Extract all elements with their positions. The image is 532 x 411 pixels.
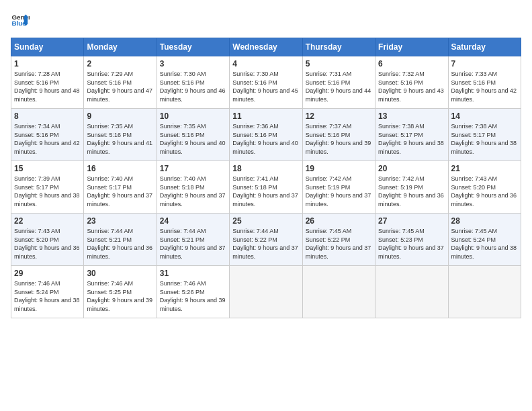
day-number: 13 <box>378 111 445 121</box>
day-info: Sunrise: 7:44 AMSunset: 5:21 PMDaylight:… <box>160 227 226 261</box>
day-cell: 14Sunrise: 7:38 AMSunset: 5:17 PMDayligh… <box>448 109 521 161</box>
col-header-tuesday: Tuesday <box>157 38 229 56</box>
day-number: 5 <box>306 59 372 68</box>
day-cell: 21Sunrise: 7:43 AMSunset: 5:20 PMDayligh… <box>448 161 521 214</box>
day-cell: 5Sunrise: 7:31 AMSunset: 5:16 PMDaylight… <box>302 56 375 109</box>
day-number: 1 <box>14 59 81 68</box>
day-info: Sunrise: 7:28 AMSunset: 5:16 PMDaylight:… <box>14 70 81 103</box>
day-cell: 22Sunrise: 7:43 AMSunset: 5:20 PMDayligh… <box>11 214 84 266</box>
day-cell: 13Sunrise: 7:38 AMSunset: 5:17 PMDayligh… <box>375 109 448 161</box>
day-number: 17 <box>160 164 226 173</box>
day-info: Sunrise: 7:38 AMSunset: 5:17 PMDaylight:… <box>378 122 445 156</box>
day-info: Sunrise: 7:30 AMSunset: 5:16 PMDaylight:… <box>160 70 226 103</box>
day-cell: 18Sunrise: 7:41 AMSunset: 5:18 PMDayligh… <box>230 161 302 214</box>
day-info: Sunrise: 7:36 AMSunset: 5:16 PMDaylight:… <box>232 122 299 156</box>
day-info: Sunrise: 7:37 AMSunset: 5:16 PMDaylight:… <box>306 122 372 156</box>
day-number: 16 <box>87 164 153 173</box>
day-info: Sunrise: 7:35 AMSunset: 5:16 PMDaylight:… <box>160 122 226 156</box>
day-cell: 26Sunrise: 7:45 AMSunset: 5:22 PMDayligh… <box>302 214 375 266</box>
day-cell: 31Sunrise: 7:46 AMSunset: 5:26 PMDayligh… <box>157 266 229 318</box>
day-number: 11 <box>232 111 299 121</box>
week-row-5: 29Sunrise: 7:46 AMSunset: 5:24 PMDayligh… <box>11 266 521 318</box>
day-number: 23 <box>87 216 153 226</box>
day-info: Sunrise: 7:41 AMSunset: 5:18 PMDaylight:… <box>232 175 299 208</box>
day-cell: 10Sunrise: 7:35 AMSunset: 5:16 PMDayligh… <box>157 109 229 161</box>
day-info: Sunrise: 7:29 AMSunset: 5:16 PMDaylight:… <box>87 70 153 103</box>
day-number: 19 <box>306 164 372 173</box>
day-info: Sunrise: 7:30 AMSunset: 5:16 PMDaylight:… <box>232 70 299 103</box>
day-info: Sunrise: 7:45 AMSunset: 5:22 PMDaylight:… <box>306 227 372 261</box>
day-cell: 6Sunrise: 7:32 AMSunset: 5:16 PMDaylight… <box>375 56 448 109</box>
day-number: 12 <box>306 111 372 121</box>
logo-icon: General Blue <box>11 11 30 30</box>
col-header-thursday: Thursday <box>302 38 375 56</box>
day-cell: 25Sunrise: 7:44 AMSunset: 5:22 PMDayligh… <box>230 214 302 266</box>
calendar-table: SundayMondayTuesdayWednesdayThursdayFrid… <box>11 38 521 318</box>
day-info: Sunrise: 7:39 AMSunset: 5:17 PMDaylight:… <box>14 175 81 208</box>
day-info: Sunrise: 7:46 AMSunset: 5:24 PMDaylight:… <box>14 279 81 313</box>
day-info: Sunrise: 7:40 AMSunset: 5:18 PMDaylight:… <box>160 175 226 208</box>
day-number: 15 <box>14 164 81 173</box>
day-number: 7 <box>451 59 518 68</box>
day-cell: 8Sunrise: 7:34 AMSunset: 5:16 PMDaylight… <box>11 109 84 161</box>
day-info: Sunrise: 7:43 AMSunset: 5:20 PMDaylight:… <box>451 175 518 208</box>
day-info: Sunrise: 7:45 AMSunset: 5:24 PMDaylight:… <box>451 227 518 261</box>
day-number: 14 <box>451 111 518 121</box>
day-cell: 2Sunrise: 7:29 AMSunset: 5:16 PMDaylight… <box>84 56 157 109</box>
col-header-wednesday: Wednesday <box>230 38 302 56</box>
day-number: 4 <box>232 59 299 68</box>
day-cell: 1Sunrise: 7:28 AMSunset: 5:16 PMDaylight… <box>11 56 84 109</box>
col-header-sunday: Sunday <box>11 38 84 56</box>
day-number: 10 <box>160 111 226 121</box>
week-row-2: 8Sunrise: 7:34 AMSunset: 5:16 PMDaylight… <box>11 109 521 161</box>
day-number: 3 <box>160 59 226 68</box>
day-info: Sunrise: 7:44 AMSunset: 5:22 PMDaylight:… <box>232 227 299 261</box>
header-row: SundayMondayTuesdayWednesdayThursdayFrid… <box>11 38 521 56</box>
day-cell: 16Sunrise: 7:40 AMSunset: 5:17 PMDayligh… <box>84 161 157 214</box>
day-number: 20 <box>378 164 445 173</box>
day-number: 26 <box>306 216 372 226</box>
day-cell: 19Sunrise: 7:42 AMSunset: 5:19 PMDayligh… <box>302 161 375 214</box>
day-cell: 24Sunrise: 7:44 AMSunset: 5:21 PMDayligh… <box>157 214 229 266</box>
logo: General Blue <box>11 11 30 30</box>
day-cell: 12Sunrise: 7:37 AMSunset: 5:16 PMDayligh… <box>302 109 375 161</box>
day-cell: 17Sunrise: 7:40 AMSunset: 5:18 PMDayligh… <box>157 161 229 214</box>
day-number: 6 <box>378 59 445 68</box>
day-number: 28 <box>451 216 518 226</box>
day-info: Sunrise: 7:46 AMSunset: 5:25 PMDaylight:… <box>87 279 153 313</box>
day-number: 27 <box>378 216 445 226</box>
day-info: Sunrise: 7:33 AMSunset: 5:16 PMDaylight:… <box>451 70 518 103</box>
day-cell: 30Sunrise: 7:46 AMSunset: 5:25 PMDayligh… <box>84 266 157 318</box>
day-cell: 20Sunrise: 7:42 AMSunset: 5:19 PMDayligh… <box>375 161 448 214</box>
day-cell <box>230 266 302 318</box>
day-cell: 29Sunrise: 7:46 AMSunset: 5:24 PMDayligh… <box>11 266 84 318</box>
day-info: Sunrise: 7:32 AMSunset: 5:16 PMDaylight:… <box>378 70 445 103</box>
week-row-4: 22Sunrise: 7:43 AMSunset: 5:20 PMDayligh… <box>11 214 521 266</box>
day-cell: 27Sunrise: 7:45 AMSunset: 5:23 PMDayligh… <box>375 214 448 266</box>
page-container: General Blue SundayMondayTuesdayWednesda… <box>0 0 532 324</box>
day-info: Sunrise: 7:42 AMSunset: 5:19 PMDaylight:… <box>378 175 445 208</box>
week-row-3: 15Sunrise: 7:39 AMSunset: 5:17 PMDayligh… <box>11 161 521 214</box>
day-info: Sunrise: 7:42 AMSunset: 5:19 PMDaylight:… <box>306 175 372 208</box>
day-info: Sunrise: 7:45 AMSunset: 5:23 PMDaylight:… <box>378 227 445 261</box>
col-header-saturday: Saturday <box>448 38 521 56</box>
day-number: 25 <box>232 216 299 226</box>
day-info: Sunrise: 7:44 AMSunset: 5:21 PMDaylight:… <box>87 227 153 261</box>
day-number: 30 <box>87 269 153 278</box>
day-number: 29 <box>14 269 81 278</box>
day-info: Sunrise: 7:35 AMSunset: 5:16 PMDaylight:… <box>87 122 153 156</box>
day-info: Sunrise: 7:40 AMSunset: 5:17 PMDaylight:… <box>87 175 153 208</box>
header: General Blue <box>11 11 521 30</box>
day-number: 18 <box>232 164 299 173</box>
day-cell <box>375 266 448 318</box>
day-number: 8 <box>14 111 81 121</box>
col-header-monday: Monday <box>84 38 157 56</box>
day-number: 24 <box>160 216 226 226</box>
day-cell <box>302 266 375 318</box>
day-cell: 4Sunrise: 7:30 AMSunset: 5:16 PMDaylight… <box>230 56 302 109</box>
day-cell: 7Sunrise: 7:33 AMSunset: 5:16 PMDaylight… <box>448 56 521 109</box>
day-info: Sunrise: 7:38 AMSunset: 5:17 PMDaylight:… <box>451 122 518 156</box>
col-header-friday: Friday <box>375 38 448 56</box>
day-number: 2 <box>87 59 153 68</box>
day-info: Sunrise: 7:43 AMSunset: 5:20 PMDaylight:… <box>14 227 81 261</box>
